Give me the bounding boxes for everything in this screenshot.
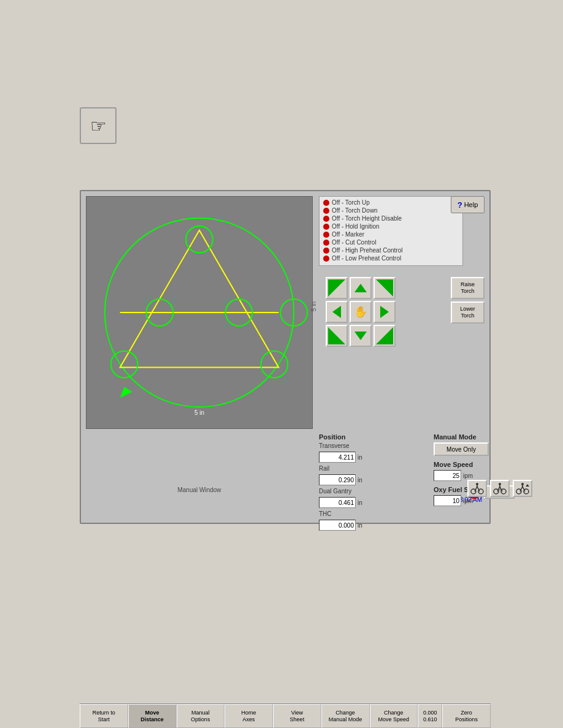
move-speed-unit: ipm [463, 472, 473, 479]
dir-down-left-button[interactable] [326, 325, 348, 347]
svg-point-13 [476, 483, 478, 485]
manual-options-button[interactable]: Manual Options [177, 704, 225, 728]
thc-input[interactable] [319, 520, 356, 531]
dir-left-button[interactable] [326, 301, 348, 323]
dot-hold-ignition [323, 224, 329, 230]
dir-up-left-button[interactable] [326, 277, 348, 299]
svg-marker-1 [120, 230, 279, 368]
status-hold-ignition: Off - Hold Ignition [323, 223, 459, 230]
position-title: Position [319, 433, 426, 441]
thc-unit: in [358, 522, 362, 529]
main-window: 5 in 5 in Manual Window 8:23:02 AM Off -… [80, 190, 491, 524]
dot-torch-down [323, 208, 329, 214]
manual-window-label: Manual Window [86, 487, 313, 493]
torch-icon-3-button[interactable] [513, 480, 532, 497]
svg-marker-23 [526, 484, 529, 487]
dir-center-button[interactable]: ✋ [350, 301, 372, 323]
home-axes-button[interactable]: Home Axes [224, 704, 273, 728]
svg-text:1: 1 [499, 487, 501, 491]
dot-cut-control [323, 240, 329, 246]
dual-gantry-unit: in [358, 499, 362, 506]
dot-torch-height-disable [323, 216, 329, 222]
dual-gantry-input[interactable] [319, 497, 356, 508]
dir-right-button[interactable] [373, 301, 396, 323]
thc-label: THC [319, 510, 359, 517]
transverse-unit: in [358, 454, 362, 461]
rail-label: Rail [319, 465, 359, 472]
change-manual-mode-button[interactable]: Change Manual Mode [321, 704, 370, 728]
torch-controls: Raise Torch Lower Torch [451, 277, 484, 324]
raise-torch-button[interactable]: Raise Torch [451, 277, 484, 299]
dot-marker [323, 232, 329, 238]
dir-up-right-button[interactable] [373, 277, 396, 299]
return-to-start-button[interactable]: Return to Start [80, 704, 128, 728]
status-torch-down: Off - Torch Down [323, 207, 459, 214]
help-button[interactable]: ? Help [451, 196, 484, 213]
canvas-area: 5 in [86, 196, 313, 429]
move-distance-button[interactable]: Move Distance [128, 704, 177, 728]
torch-icons-row: 1 [467, 480, 532, 497]
manual-mode-button[interactable]: Move Only [434, 442, 489, 456]
canvas-label: 5 in [86, 409, 312, 416]
lower-torch-button[interactable]: Lower Torch [451, 301, 484, 324]
svg-point-4 [111, 351, 138, 378]
oxy-fuel-input[interactable] [434, 495, 461, 506]
status-torch-up: Off - Torch Up [323, 199, 459, 206]
status-low-preheat: Off - Low Preheat Control [323, 255, 459, 262]
status-panel: Off - Torch Up Off - Torch Down Off - To… [319, 196, 463, 266]
svg-point-22 [521, 483, 524, 485]
dual-gantry-label: Dual Gantry [319, 488, 359, 495]
status-marker: Off - Marker [323, 231, 459, 238]
dot-high-preheat [323, 248, 329, 254]
dir-up-button[interactable] [350, 277, 372, 299]
hand-cursor-icon: ☞ [80, 107, 117, 144]
dot-low-preheat [323, 256, 329, 262]
view-sheet-button[interactable]: View Sheet [273, 704, 321, 728]
move-speed-title: Move Speed [434, 461, 529, 468]
torch-icon-1-button[interactable] [467, 480, 487, 497]
transverse-input[interactable] [319, 452, 356, 463]
svg-point-5 [261, 351, 288, 378]
status-torch-height-disable: Off - Torch Height Disable [323, 215, 459, 222]
status-high-preheat: Off - High Preheat Control [323, 247, 459, 254]
manual-mode-title: Manual Mode [434, 433, 529, 441]
move-speed-input[interactable] [434, 470, 461, 481]
svg-marker-9 [120, 387, 132, 398]
transverse-label: Transverse [319, 442, 359, 449]
change-move-speed-button[interactable]: Change Move Speed [370, 704, 418, 728]
direction-pad: ✋ [319, 277, 402, 349]
canvas-side-label: 5 in [310, 301, 317, 311]
torch-icon-2-button[interactable]: 1 [490, 480, 510, 497]
dir-down-button[interactable] [350, 325, 372, 347]
rail-unit: in [358, 477, 362, 483]
position-value-display: 0.000 0.610 [418, 704, 442, 728]
dir-down-right-button[interactable] [373, 325, 396, 347]
bottom-toolbar: Return to Start Move Distance Manual Opt… [80, 703, 491, 728]
zero-positions-button[interactable]: Zero Positions [442, 704, 491, 728]
svg-point-17 [499, 483, 501, 485]
status-cut-control: Off - Cut Control [323, 239, 459, 246]
position-section: Position Transverse in Rail in Dual Gant… [319, 433, 426, 533]
dot-torch-up [323, 200, 329, 206]
rail-input[interactable] [319, 474, 356, 485]
